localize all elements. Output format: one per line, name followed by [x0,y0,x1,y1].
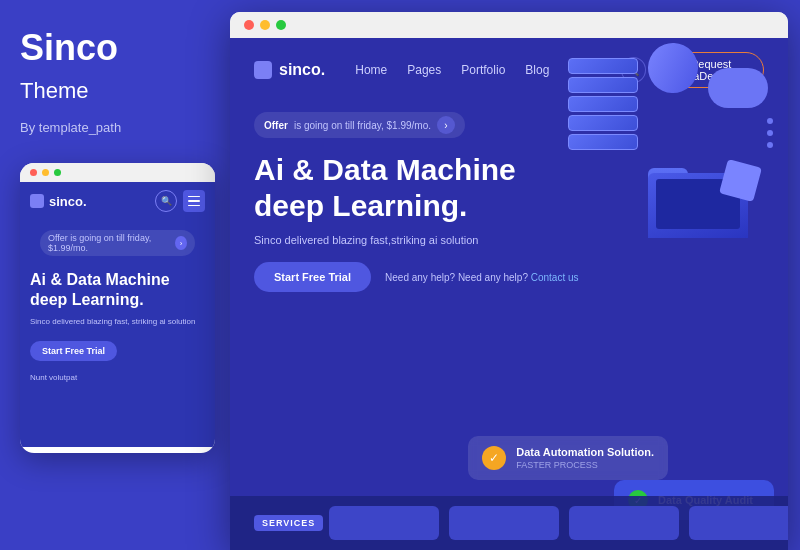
mobile-cta-button[interactable]: Start Free Trial [30,341,117,361]
website-nav-right: 🔍 Request aDemo [621,52,764,88]
nav-link-portfolio[interactable]: Portfolio [461,63,505,77]
mobile-dot-red [30,169,37,176]
hero-cta-row: Start Free Trial Need any help? Need any… [254,262,764,292]
contact-us-link[interactable]: Contact us [531,272,579,283]
service-item-1 [329,506,439,540]
website-nav-links: Home Pages Portfolio Blog Contact [355,63,610,77]
nav-link-pages[interactable]: Pages [407,63,441,77]
nav-link-blog[interactable]: Blog [525,63,549,77]
offer-badge: Offer is going on till friday, $1.99/mo.… [254,112,465,138]
left-panel: Sinco Theme By template_path sinco. 🔍 [0,0,230,550]
offer-arrow-icon: › [437,116,455,134]
service-item-3 [569,506,679,540]
mobile-preview: sinco. 🔍 Offer is going on till friday, … [20,163,215,453]
search-icon[interactable]: 🔍 [621,57,646,83]
mobile-logo-icon [30,194,44,208]
card-automation-text: Data Automation Solution. FASTER PROCESS [516,446,654,470]
hero-description: Sinco delivered blazing fast,striking ai… [254,234,514,246]
browser-dot-red [244,20,254,30]
mobile-browser-bar [20,163,215,182]
browser-dot-green [276,20,286,30]
nav-link-contact[interactable]: Contact [569,63,610,77]
mobile-search-icon[interactable]: 🔍 [155,190,177,212]
mobile-logo: sinco. [30,194,87,209]
start-free-trial-button[interactable]: Start Free Trial [254,262,371,292]
mobile-nav: sinco. 🔍 [20,182,215,220]
mobile-offer-arrow: › [175,236,187,250]
mobile-hero-text: Ai & Data Machine deep Learning. Sinco d… [20,266,215,333]
website-content: sinco. Home Pages Portfolio Blog Contact… [230,38,788,550]
service-item-4 [689,506,788,540]
website-logo: sinco. [254,61,325,79]
browser-bar [230,12,788,38]
hero-section: Offer is going on till friday, $1.99/mo.… [230,102,788,292]
mobile-content: sinco. 🔍 Offer is going on till friday, … [20,182,215,447]
hero-title: Ai & Data Machine deep Learning. [254,152,534,224]
website-logo-icon [254,61,272,79]
browser-dot-yellow [260,20,270,30]
mobile-dot-yellow [42,169,49,176]
request-demo-button[interactable]: Request aDemo [658,52,764,88]
services-items [329,506,788,540]
mobile-nav-icons: 🔍 [155,190,205,212]
brand-by: By template_path [20,120,210,135]
brand-title: Sinco [20,30,210,66]
mobile-more-text: Nunt volutpat [20,369,215,386]
service-item-2 [449,506,559,540]
nav-link-home[interactable]: Home [355,63,387,77]
browser-window: sinco. Home Pages Portfolio Blog Contact… [230,12,788,550]
mobile-menu-icon[interactable] [183,190,205,212]
card-automation: ✓ Data Automation Solution. FASTER PROCE… [468,436,668,480]
brand-subtitle: Theme [20,78,210,104]
services-bar: SERVICES [230,496,788,550]
website-nav: sinco. Home Pages Portfolio Blog Contact… [230,38,788,102]
card-check-icon: ✓ [482,446,506,470]
mobile-offer-badge: Offer is going on till friday, $1.99/mo.… [40,230,195,256]
need-help-text: Need any help? Need any help? Contact us [385,272,579,283]
services-badge: SERVICES [254,515,323,531]
mobile-dot-green [54,169,61,176]
